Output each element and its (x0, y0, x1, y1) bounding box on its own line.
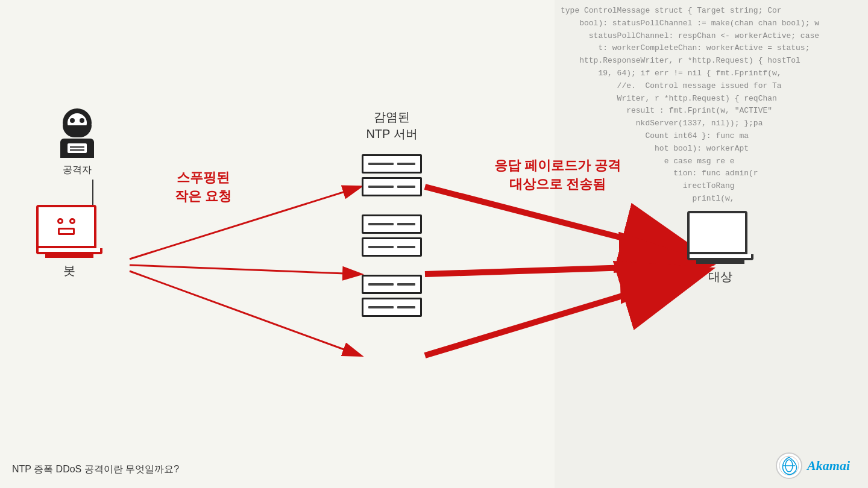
server-line-icon (368, 306, 394, 308)
svg-line-3 (130, 265, 360, 274)
attacker-label: 공격자 (63, 164, 92, 177)
attacker-section: 공격자 (60, 108, 94, 177)
robot-eye-right (69, 218, 75, 224)
code-line: bool): statusPollChannel := make(chan ch… (561, 17, 862, 30)
server-box-3-2 (362, 298, 422, 317)
code-line: statusPollChannel: respChan <- workerAct… (561, 30, 862, 43)
server-line-icon-sm (397, 163, 415, 165)
code-line: nkdServer(1337, nil)); };pa (561, 117, 862, 130)
hacker-eyes (63, 118, 92, 123)
target-stand (696, 260, 744, 264)
server-line-icon (368, 223, 394, 225)
bot-stand (45, 254, 93, 258)
response-line2: 대상으로 전송됨 (494, 175, 621, 194)
response-label: 응답 페이로드가 공격 대상으로 전송됨 (494, 157, 621, 194)
bot-label: 봇 (63, 263, 75, 279)
server-line-icon-sm (397, 186, 415, 188)
bottom-description: NTP 증폭 DDoS 공격이란 무엇일까요? (12, 463, 179, 476)
spoofed-line1: 스푸핑된 (175, 169, 231, 187)
bot-face (57, 218, 75, 235)
akamai-logo: Akamai (776, 452, 850, 479)
target-laptop-icon (687, 211, 753, 264)
akamai-text: Akamai (807, 458, 850, 474)
code-line: Count int64 }: func ma (561, 130, 862, 143)
robot-eye-left (57, 218, 63, 224)
hacker-icon (60, 108, 94, 158)
server-line-icon (368, 283, 394, 286)
target-screen (687, 211, 747, 254)
server-box-2-1 (362, 214, 422, 234)
server-group-2 (362, 214, 422, 257)
target-label: 대상 (708, 269, 732, 285)
hacker-eye-left (70, 118, 75, 123)
servers-label-line2: NTP 서버 (366, 125, 417, 142)
server-box-1-2 (362, 177, 422, 196)
hacker-eye-right (80, 118, 84, 123)
spoofed-line2: 작은 요청 (175, 187, 231, 206)
code-line: hot bool): workerApt (561, 143, 862, 155)
server-group-3 (362, 275, 422, 317)
spoofed-request-label: 스푸핑된 작은 요청 (175, 169, 231, 206)
target-base (687, 254, 753, 260)
hacker-mask (63, 125, 92, 137)
code-line: t: workerCompleteChan: workerActive = st… (561, 42, 862, 55)
server-box-2-2 (362, 237, 422, 257)
server-group-1 (362, 154, 422, 196)
server-line-icon-sm (397, 306, 415, 308)
robot-eyes (57, 218, 75, 224)
code-line: //e. Control message issued for Ta (561, 80, 862, 93)
svg-line-4 (130, 271, 360, 355)
hacker-head (63, 108, 92, 137)
code-line: type ControlMessage struct { Target stri… (561, 5, 862, 17)
code-line: 19, 64); if err != nil { fmt.Fprintf(w, (561, 67, 862, 80)
server-box-1-1 (362, 154, 422, 174)
robot-mouth (58, 228, 75, 235)
bot-laptop-icon (36, 205, 102, 258)
server-line-icon-sm (397, 223, 415, 225)
server-line-icon (368, 186, 394, 188)
target-section: 대상 (687, 211, 753, 285)
server-box-3-1 (362, 275, 422, 294)
akamai-svg-logo (778, 455, 800, 477)
code-line: http.ResponseWriter, r *http.Request) { … (561, 55, 862, 67)
response-line1: 응답 페이로드가 공격 (494, 157, 621, 175)
code-line: result : fmt.Fprint(w, "ACTIVE" (561, 105, 862, 117)
server-line-icon (368, 246, 394, 248)
svg-rect-8 (68, 143, 87, 153)
servers-label: 감염된 NTP 서버 (366, 108, 417, 142)
bot-screen (36, 205, 96, 248)
server-line-icon (368, 163, 394, 165)
code-line: printl(w, (561, 193, 862, 205)
servers-section: 감염된 NTP 서버 (362, 108, 422, 335)
servers-label-line1: 감염된 (366, 108, 417, 125)
bot-base (36, 248, 102, 254)
bot-section: 봇 (36, 205, 102, 279)
hacker-body (60, 139, 94, 158)
server-line-icon-sm (397, 246, 415, 248)
akamai-circle-logo (776, 452, 802, 479)
code-line: Writer, r *http.Request) { reqChan (561, 93, 862, 105)
svg-line-2 (130, 187, 360, 259)
server-line-icon-sm (397, 283, 415, 286)
